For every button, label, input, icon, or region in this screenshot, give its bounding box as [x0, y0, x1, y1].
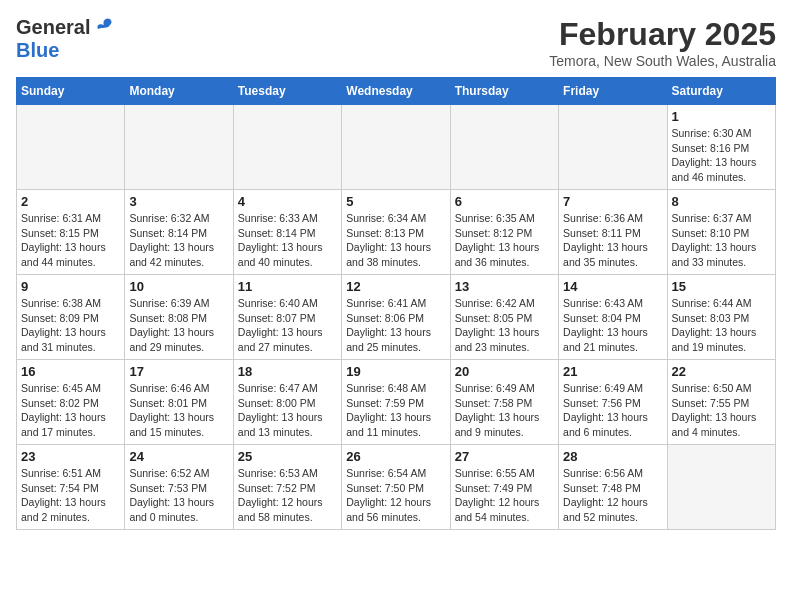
calendar-cell: [233, 105, 341, 190]
logo-bird-icon: [92, 15, 114, 37]
weekday-header-thursday: Thursday: [450, 78, 558, 105]
day-detail: Sunrise: 6:41 AM Sunset: 8:06 PM Dayligh…: [346, 296, 445, 355]
day-number: 22: [672, 364, 771, 379]
day-detail: Sunrise: 6:49 AM Sunset: 7:56 PM Dayligh…: [563, 381, 662, 440]
calendar-cell: 16Sunrise: 6:45 AM Sunset: 8:02 PM Dayli…: [17, 360, 125, 445]
day-number: 16: [21, 364, 120, 379]
day-number: 5: [346, 194, 445, 209]
day-detail: Sunrise: 6:52 AM Sunset: 7:53 PM Dayligh…: [129, 466, 228, 525]
day-number: 9: [21, 279, 120, 294]
day-detail: Sunrise: 6:50 AM Sunset: 7:55 PM Dayligh…: [672, 381, 771, 440]
calendar-week-row: 23Sunrise: 6:51 AM Sunset: 7:54 PM Dayli…: [17, 445, 776, 530]
calendar-cell: [559, 105, 667, 190]
logo: General Blue: [16, 16, 114, 62]
calendar-cell: 20Sunrise: 6:49 AM Sunset: 7:58 PM Dayli…: [450, 360, 558, 445]
calendar-week-row: 9Sunrise: 6:38 AM Sunset: 8:09 PM Daylig…: [17, 275, 776, 360]
calendar-cell: 14Sunrise: 6:43 AM Sunset: 8:04 PM Dayli…: [559, 275, 667, 360]
day-detail: Sunrise: 6:43 AM Sunset: 8:04 PM Dayligh…: [563, 296, 662, 355]
calendar-cell: 11Sunrise: 6:40 AM Sunset: 8:07 PM Dayli…: [233, 275, 341, 360]
day-number: 12: [346, 279, 445, 294]
calendar-cell: 6Sunrise: 6:35 AM Sunset: 8:12 PM Daylig…: [450, 190, 558, 275]
calendar-cell: 28Sunrise: 6:56 AM Sunset: 7:48 PM Dayli…: [559, 445, 667, 530]
calendar-cell: 4Sunrise: 6:33 AM Sunset: 8:14 PM Daylig…: [233, 190, 341, 275]
day-number: 6: [455, 194, 554, 209]
day-number: 24: [129, 449, 228, 464]
calendar-cell: 23Sunrise: 6:51 AM Sunset: 7:54 PM Dayli…: [17, 445, 125, 530]
calendar-cell: 9Sunrise: 6:38 AM Sunset: 8:09 PM Daylig…: [17, 275, 125, 360]
weekday-header-sunday: Sunday: [17, 78, 125, 105]
day-number: 18: [238, 364, 337, 379]
day-number: 7: [563, 194, 662, 209]
day-detail: Sunrise: 6:47 AM Sunset: 8:00 PM Dayligh…: [238, 381, 337, 440]
weekday-header-wednesday: Wednesday: [342, 78, 450, 105]
logo-blue: Blue: [16, 39, 114, 62]
calendar-table: SundayMondayTuesdayWednesdayThursdayFrid…: [16, 77, 776, 530]
day-number: 4: [238, 194, 337, 209]
weekday-header-tuesday: Tuesday: [233, 78, 341, 105]
calendar-cell: 13Sunrise: 6:42 AM Sunset: 8:05 PM Dayli…: [450, 275, 558, 360]
day-detail: Sunrise: 6:48 AM Sunset: 7:59 PM Dayligh…: [346, 381, 445, 440]
day-detail: Sunrise: 6:54 AM Sunset: 7:50 PM Dayligh…: [346, 466, 445, 525]
day-number: 1: [672, 109, 771, 124]
calendar-cell: 19Sunrise: 6:48 AM Sunset: 7:59 PM Dayli…: [342, 360, 450, 445]
calendar-cell: [450, 105, 558, 190]
weekday-header-monday: Monday: [125, 78, 233, 105]
day-detail: Sunrise: 6:34 AM Sunset: 8:13 PM Dayligh…: [346, 211, 445, 270]
day-detail: Sunrise: 6:38 AM Sunset: 8:09 PM Dayligh…: [21, 296, 120, 355]
day-number: 25: [238, 449, 337, 464]
calendar-cell: 3Sunrise: 6:32 AM Sunset: 8:14 PM Daylig…: [125, 190, 233, 275]
calendar-week-row: 1Sunrise: 6:30 AM Sunset: 8:16 PM Daylig…: [17, 105, 776, 190]
calendar-cell: 5Sunrise: 6:34 AM Sunset: 8:13 PM Daylig…: [342, 190, 450, 275]
calendar-cell: [667, 445, 775, 530]
day-detail: Sunrise: 6:44 AM Sunset: 8:03 PM Dayligh…: [672, 296, 771, 355]
day-detail: Sunrise: 6:33 AM Sunset: 8:14 PM Dayligh…: [238, 211, 337, 270]
calendar-cell: 22Sunrise: 6:50 AM Sunset: 7:55 PM Dayli…: [667, 360, 775, 445]
day-number: 11: [238, 279, 337, 294]
day-number: 2: [21, 194, 120, 209]
day-detail: Sunrise: 6:49 AM Sunset: 7:58 PM Dayligh…: [455, 381, 554, 440]
calendar-cell: [342, 105, 450, 190]
day-number: 21: [563, 364, 662, 379]
day-number: 17: [129, 364, 228, 379]
day-number: 13: [455, 279, 554, 294]
day-number: 15: [672, 279, 771, 294]
day-detail: Sunrise: 6:45 AM Sunset: 8:02 PM Dayligh…: [21, 381, 120, 440]
calendar-cell: 17Sunrise: 6:46 AM Sunset: 8:01 PM Dayli…: [125, 360, 233, 445]
day-number: 27: [455, 449, 554, 464]
calendar-cell: 8Sunrise: 6:37 AM Sunset: 8:10 PM Daylig…: [667, 190, 775, 275]
day-detail: Sunrise: 6:42 AM Sunset: 8:05 PM Dayligh…: [455, 296, 554, 355]
day-number: 23: [21, 449, 120, 464]
calendar-cell: 15Sunrise: 6:44 AM Sunset: 8:03 PM Dayli…: [667, 275, 775, 360]
day-detail: Sunrise: 6:32 AM Sunset: 8:14 PM Dayligh…: [129, 211, 228, 270]
calendar-week-row: 16Sunrise: 6:45 AM Sunset: 8:02 PM Dayli…: [17, 360, 776, 445]
day-detail: Sunrise: 6:37 AM Sunset: 8:10 PM Dayligh…: [672, 211, 771, 270]
day-detail: Sunrise: 6:40 AM Sunset: 8:07 PM Dayligh…: [238, 296, 337, 355]
calendar-cell: 26Sunrise: 6:54 AM Sunset: 7:50 PM Dayli…: [342, 445, 450, 530]
calendar-cell: 12Sunrise: 6:41 AM Sunset: 8:06 PM Dayli…: [342, 275, 450, 360]
calendar-cell: 10Sunrise: 6:39 AM Sunset: 8:08 PM Dayli…: [125, 275, 233, 360]
day-number: 10: [129, 279, 228, 294]
calendar-cell: 25Sunrise: 6:53 AM Sunset: 7:52 PM Dayli…: [233, 445, 341, 530]
day-number: 14: [563, 279, 662, 294]
day-number: 28: [563, 449, 662, 464]
calendar-cell: [125, 105, 233, 190]
day-number: 19: [346, 364, 445, 379]
day-detail: Sunrise: 6:51 AM Sunset: 7:54 PM Dayligh…: [21, 466, 120, 525]
day-detail: Sunrise: 6:56 AM Sunset: 7:48 PM Dayligh…: [563, 466, 662, 525]
calendar-cell: [17, 105, 125, 190]
calendar-week-row: 2Sunrise: 6:31 AM Sunset: 8:15 PM Daylig…: [17, 190, 776, 275]
title-section: February 2025 Temora, New South Wales, A…: [549, 16, 776, 69]
location-title: Temora, New South Wales, Australia: [549, 53, 776, 69]
calendar-cell: 7Sunrise: 6:36 AM Sunset: 8:11 PM Daylig…: [559, 190, 667, 275]
day-detail: Sunrise: 6:55 AM Sunset: 7:49 PM Dayligh…: [455, 466, 554, 525]
day-detail: Sunrise: 6:39 AM Sunset: 8:08 PM Dayligh…: [129, 296, 228, 355]
day-detail: Sunrise: 6:36 AM Sunset: 8:11 PM Dayligh…: [563, 211, 662, 270]
calendar-cell: 2Sunrise: 6:31 AM Sunset: 8:15 PM Daylig…: [17, 190, 125, 275]
calendar-cell: 18Sunrise: 6:47 AM Sunset: 8:00 PM Dayli…: [233, 360, 341, 445]
weekday-header-friday: Friday: [559, 78, 667, 105]
weekday-header-row: SundayMondayTuesdayWednesdayThursdayFrid…: [17, 78, 776, 105]
calendar-cell: 24Sunrise: 6:52 AM Sunset: 7:53 PM Dayli…: [125, 445, 233, 530]
day-number: 26: [346, 449, 445, 464]
day-number: 20: [455, 364, 554, 379]
day-number: 8: [672, 194, 771, 209]
